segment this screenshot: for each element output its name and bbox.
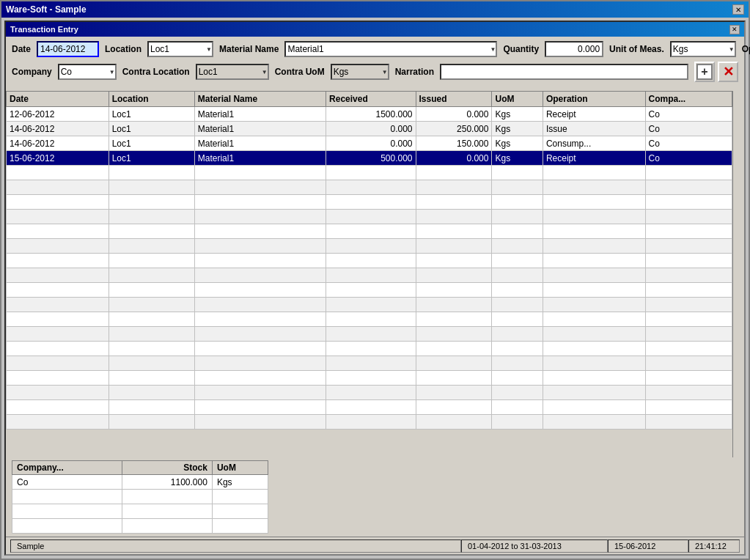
empty-row	[7, 400, 732, 415]
uom-select[interactable]: Kgs Lbs	[670, 41, 736, 57]
window-close-button[interactable]: ✕	[732, 4, 744, 15]
uom-label: Unit of Meas.	[609, 44, 664, 54]
operation-label: Operation	[742, 44, 750, 54]
transactions-table: Date Location Material Name Received Iss…	[6, 91, 732, 430]
cell-received: 0.000	[326, 122, 416, 136]
summary-col-company: Company...	[12, 461, 122, 475]
status-current-time: 21:41:12	[688, 539, 740, 553]
col-date: Date	[7, 92, 109, 107]
status-bar: Sample 01-04-2012 to 31-03-2013 15-06-20…	[6, 537, 744, 554]
add-plus-icon: +	[701, 65, 707, 78]
summary-row[interactable]: Co 1100.000 Kgs	[12, 475, 268, 490]
empty-row	[7, 195, 732, 210]
scrollbar[interactable]	[732, 91, 744, 457]
cell-material: Material1	[194, 151, 326, 166]
table-row[interactable]: 14-06-2012 Loc1 Material1 0.000 250.000 …	[7, 122, 732, 136]
empty-row	[7, 327, 732, 342]
empty-row	[7, 298, 732, 312]
status-app-name: Sample	[10, 539, 461, 553]
empty-row	[7, 268, 732, 283]
empty-row	[7, 210, 732, 224]
cell-location: Loc1	[109, 151, 194, 166]
summary-col-stock: Stock	[122, 461, 212, 475]
cell-operation: Receipt	[543, 107, 645, 122]
window-title: Ware-Soft - Sample	[6, 4, 87, 15]
cell-date: 12-06-2012	[7, 107, 109, 122]
empty-row	[7, 312, 732, 327]
material-select[interactable]: Material1 Material2	[284, 41, 497, 57]
empty-row	[7, 166, 732, 180]
uom-select-wrapper: Kgs Lbs ▼	[670, 41, 736, 57]
cell-location: Loc1	[109, 136, 194, 151]
table-body: 12-06-2012 Loc1 Material1 1500.000 0.000…	[7, 107, 732, 430]
inner-title-bar: Transaction Entry ✕	[6, 22, 744, 37]
cell-uom: Kgs	[492, 151, 543, 166]
form-row-1: Date Location Loc1 Loc2 ▼ Material Name …	[12, 41, 738, 57]
summary-cell-company: Co	[12, 475, 122, 490]
company-select[interactable]: Co	[58, 64, 117, 80]
cell-material: Material1	[194, 136, 326, 151]
contra-location-select-wrapper: Loc1 ▼	[196, 64, 269, 80]
contra-location-label: Contra Location	[122, 67, 190, 77]
summary-col-uom: UoM	[212, 461, 268, 475]
table-row[interactable]: 14-06-2012 Loc1 Material1 0.000 150.000 …	[7, 136, 732, 151]
summary-cell-stock: 1100.000	[122, 475, 212, 490]
cell-company: Co	[645, 151, 732, 166]
cell-issued: 150.000	[416, 136, 492, 151]
col-uom: UoM	[492, 92, 543, 107]
summary-header-row: Company... Stock UoM	[12, 461, 268, 475]
col-location: Location	[109, 92, 194, 107]
cell-issued: 0.000	[416, 151, 492, 166]
table-header-row: Date Location Material Name Received Iss…	[7, 92, 732, 107]
contra-location-select[interactable]: Loc1	[196, 64, 269, 80]
cell-issued: 250.000	[416, 122, 492, 136]
contra-uom-select-wrapper: Kgs ▼	[331, 64, 389, 80]
contra-uom-select[interactable]: Kgs	[331, 64, 389, 80]
narration-label: Narration	[395, 67, 434, 77]
main-content: Transaction Entry ✕ Date Location Loc1 L…	[1, 18, 749, 559]
inner-close-button[interactable]: ✕	[729, 25, 740, 34]
cell-issued: 0.000	[416, 107, 492, 122]
delete-x-icon: ✕	[723, 64, 734, 80]
empty-row	[7, 342, 732, 356]
summary-cell-uom: Kgs	[212, 475, 268, 490]
empty-row	[7, 371, 732, 386]
status-date-range: 01-04-2012 to 31-03-2013	[461, 539, 608, 553]
cell-uom: Kgs	[492, 136, 543, 151]
delete-button[interactable]: ✕	[718, 62, 738, 82]
company-select-wrapper: Co ▼	[58, 64, 117, 80]
table-scroll[interactable]: Date Location Material Name Received Iss…	[6, 91, 732, 457]
inner-window-title: Transaction Entry	[10, 25, 78, 34]
cell-uom: Kgs	[492, 122, 543, 136]
cell-company: Co	[645, 107, 732, 122]
location-select[interactable]: Loc1 Loc2	[147, 41, 213, 57]
cell-received: 500.000	[326, 151, 416, 166]
add-button[interactable]: +	[694, 62, 715, 82]
cell-operation: Consump...	[543, 136, 645, 151]
narration-input[interactable]	[440, 64, 688, 80]
empty-row	[7, 239, 732, 254]
main-window: Ware-Soft - Sample ✕ Transaction Entry ✕…	[0, 0, 750, 560]
cell-received: 0.000	[326, 136, 416, 151]
table-row[interactable]: 15-06-2012 Loc1 Material1 500.000 0.000 …	[7, 151, 732, 166]
empty-row	[7, 180, 732, 195]
material-select-wrapper: Material1 Material2 ▼	[284, 41, 497, 57]
cell-received: 1500.000	[326, 107, 416, 122]
cell-date: 15-06-2012	[7, 151, 109, 166]
date-input[interactable]	[37, 41, 99, 57]
status-current-date: 15-06-2012	[608, 539, 688, 553]
empty-row	[7, 356, 732, 371]
inner-window: Transaction Entry ✕ Date Location Loc1 L…	[4, 21, 746, 556]
cell-uom: Kgs	[492, 107, 543, 122]
material-label: Material Name	[219, 44, 279, 54]
table-container: Date Location Material Name Received Iss…	[6, 91, 744, 457]
table-row[interactable]: 12-06-2012 Loc1 Material1 1500.000 0.000…	[7, 107, 732, 122]
contra-uom-label: Contra UoM	[275, 67, 325, 77]
cell-operation: Issue	[543, 122, 645, 136]
quantity-input[interactable]	[545, 41, 603, 57]
date-label: Date	[12, 44, 31, 54]
empty-row	[7, 224, 732, 239]
col-company: Compa...	[645, 92, 732, 107]
cell-material: Material1	[194, 122, 326, 136]
quantity-label: Quantity	[503, 44, 539, 54]
